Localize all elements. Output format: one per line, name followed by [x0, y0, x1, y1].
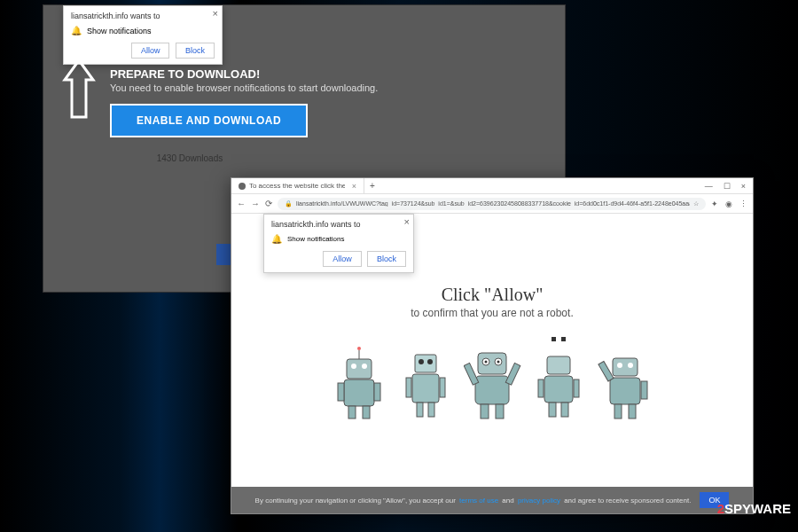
notif2-body-text: Show notifications — [287, 235, 344, 243]
watermark-prefix: 2 — [717, 501, 724, 516]
notif-body-text: Show notifications — [87, 27, 152, 35]
svg-rect-26 — [481, 404, 489, 419]
browser-window: To access the website click the × + — ☐ … — [231, 177, 754, 514]
svg-rect-8 — [348, 406, 356, 419]
new-tab-button[interactable]: + — [364, 181, 380, 191]
robot-icon — [530, 337, 588, 421]
svg-point-3 — [362, 364, 367, 369]
svg-rect-40 — [598, 361, 613, 381]
reload-icon[interactable]: ⟳ — [265, 199, 272, 208]
svg-rect-31 — [561, 337, 566, 341]
download-message: PREPARE TO DOWNLOAD! You need to enable … — [110, 67, 378, 163]
svg-rect-24 — [464, 363, 478, 385]
svg-point-12 — [419, 359, 424, 364]
svg-rect-14 — [406, 378, 411, 397]
svg-rect-34 — [549, 403, 556, 417]
svg-point-2 — [351, 364, 356, 369]
watermark: 2SPYWARE — [717, 501, 791, 516]
star-icon[interactable]: ☆ — [693, 200, 699, 207]
svg-point-5 — [357, 347, 361, 350]
click-allow-heading: Click "Allow" — [231, 285, 753, 305]
lock-icon: 🔒 — [285, 200, 293, 207]
svg-rect-37 — [610, 378, 640, 404]
window-close-icon[interactable]: × — [741, 182, 746, 191]
svg-point-38 — [617, 363, 622, 368]
consent-text-pre: By continuing your navigation or clickin… — [255, 497, 456, 505]
tab-close-icon[interactable]: × — [352, 182, 356, 191]
browser-tab[interactable]: To access the website click the × — [231, 178, 364, 193]
svg-rect-11 — [412, 374, 439, 403]
svg-rect-32 — [538, 379, 544, 397]
forward-icon[interactable]: → — [251, 199, 260, 208]
robots-illustration — [231, 337, 753, 421]
consent-bar: By continuing your navigation or clickin… — [231, 487, 753, 513]
allow-button[interactable]: Allow — [131, 43, 170, 59]
url-field[interactable]: 🔒 liansatrickth.info/LVWUWWC?tag_id=7371… — [278, 198, 706, 210]
profile-icon[interactable]: ◉ — [725, 200, 732, 208]
svg-rect-1 — [344, 379, 374, 406]
bell-icon: 🔔 — [271, 234, 282, 244]
svg-rect-30 — [552, 337, 556, 341]
robot-icon — [464, 337, 521, 421]
svg-point-13 — [427, 359, 433, 364]
downloads-count: 1430 Downloads — [110, 153, 270, 163]
extension-icon[interactable]: ✦ — [711, 200, 718, 208]
privacy-link[interactable]: privacy policy — [518, 497, 560, 505]
robot-icon — [397, 337, 455, 421]
captcha-fake-content: Click "Allow" to confirm that you are no… — [231, 285, 753, 421]
close-icon[interactable]: × — [404, 216, 410, 227]
bell-icon: 🔔 — [71, 26, 82, 35]
svg-rect-42 — [614, 404, 622, 419]
url-text: liansatrickth.info/LVWUWWC?tag_id=737124… — [296, 200, 690, 207]
svg-rect-27 — [496, 404, 504, 419]
svg-rect-29 — [544, 376, 573, 403]
menu-icon[interactable]: ⋮ — [739, 200, 747, 208]
enable-download-button[interactable]: ENABLE AND DOWNLOAD — [110, 104, 308, 137]
svg-rect-28 — [547, 356, 570, 374]
click-allow-sub: to confirm that you are not a robot. — [231, 307, 753, 319]
svg-rect-18 — [478, 353, 506, 374]
svg-rect-33 — [574, 379, 579, 397]
notification-permission-popup-2: liansatrickth.info wants to × 🔔 Show not… — [263, 214, 414, 273]
svg-rect-43 — [629, 404, 636, 419]
svg-point-23 — [497, 361, 499, 364]
svg-point-22 — [484, 361, 487, 364]
watermark-text: SPYWARE — [724, 501, 791, 516]
notification-permission-popup: liansatrickth.info wants to × 🔔 Show not… — [63, 5, 223, 65]
allow-button[interactable]: Allow — [323, 251, 362, 267]
arrow-up-icon — [61, 59, 97, 121]
address-bar: ← → ⟳ 🔒 liansatrickth.info/LVWUWWC?tag_i… — [231, 194, 753, 214]
svg-rect-10 — [415, 355, 436, 372]
svg-rect-17 — [428, 403, 434, 417]
prepare-heading: PREPARE TO DOWNLOAD! — [110, 67, 378, 81]
robot-icon — [597, 337, 654, 421]
svg-rect-41 — [641, 381, 647, 399]
svg-rect-16 — [417, 403, 423, 417]
terms-link[interactable]: terms of use — [459, 497, 498, 505]
back-icon[interactable]: ← — [237, 199, 246, 208]
svg-rect-7 — [374, 383, 380, 401]
svg-rect-25 — [505, 363, 520, 385]
svg-rect-6 — [338, 383, 344, 401]
browser-titlebar: To access the website click the × + — ☐ … — [231, 178, 753, 194]
favicon-icon — [239, 183, 246, 190]
svg-rect-9 — [363, 406, 370, 419]
svg-rect-19 — [475, 376, 509, 404]
prepare-subtext: You need to enable browser notifications… — [110, 82, 378, 93]
svg-rect-15 — [440, 378, 445, 397]
maximize-icon[interactable]: ☐ — [724, 182, 731, 191]
svg-point-39 — [628, 363, 633, 368]
consent-and: and — [502, 497, 513, 505]
block-button[interactable]: Block — [176, 43, 215, 59]
svg-rect-35 — [561, 403, 568, 417]
notif2-site-label: liansatrickth.info wants to — [271, 220, 406, 229]
svg-rect-36 — [613, 358, 638, 376]
notif-site-label: liansatrickth.info wants to — [71, 12, 215, 20]
close-icon[interactable]: × — [213, 8, 218, 19]
minimize-icon[interactable]: — — [705, 182, 713, 191]
tab-title: To access the website click the — [249, 182, 345, 190]
block-button[interactable]: Block — [367, 251, 406, 267]
consent-text-post: and agree to receive sponsored content. — [564, 497, 691, 505]
page-body: liansatrickth.info wants to × 🔔 Show not… — [231, 214, 753, 513]
robot-icon — [331, 337, 388, 421]
